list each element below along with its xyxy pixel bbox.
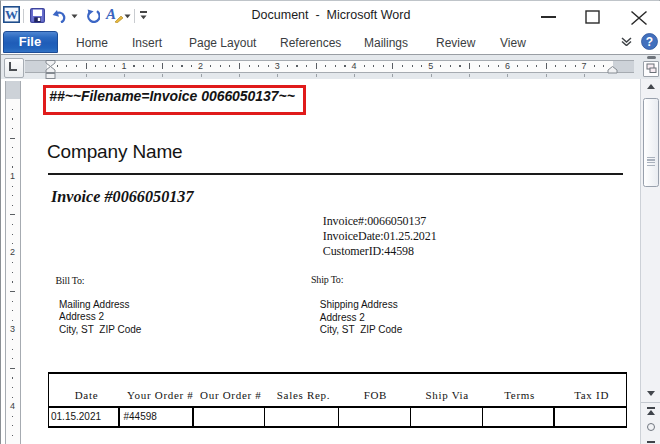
svg-text:?: ? [646, 35, 653, 49]
